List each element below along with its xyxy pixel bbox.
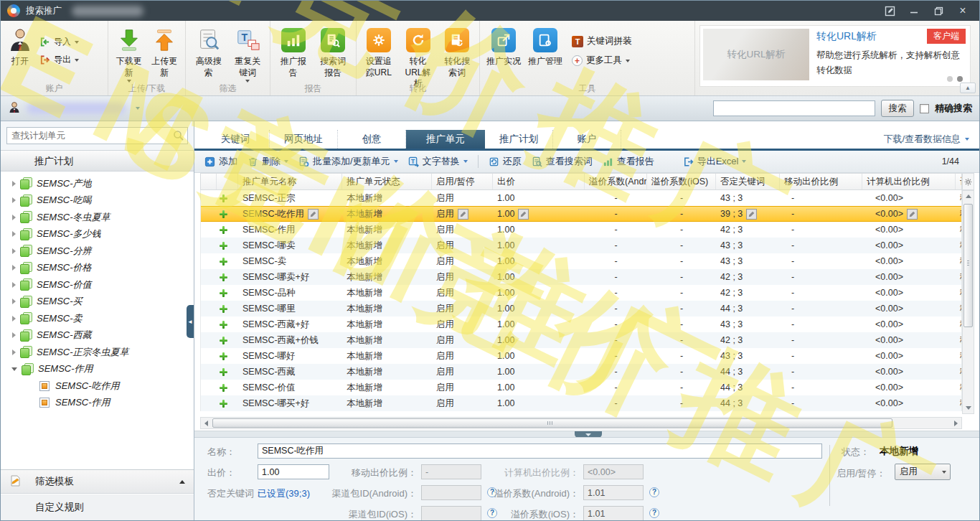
scroll-up-icon[interactable] — [963, 191, 974, 202]
convert-url-parse-button[interactable]: 转化URL解析 — [398, 23, 438, 92]
table-row[interactable]: SEMSC-西藏+好 本地新增 启用 1.00 - - 43 ; 3 - <0.… — [201, 316, 961, 332]
tree-item[interactable]: SEMSC-多少钱 — [1, 226, 194, 243]
view-report-button[interactable]: 查看报告 — [603, 155, 654, 168]
keyword-assemble-button[interactable]: T 关键词拼装 — [572, 35, 632, 47]
collapse-arrow-icon[interactable] — [11, 367, 17, 371]
expand-arrow-icon[interactable] — [12, 316, 16, 321]
scroll-down-icon[interactable] — [963, 403, 974, 413]
tree-item[interactable]: SEMSC-卖 — [1, 310, 194, 327]
tree-item[interactable]: SEMSC-分辨 — [1, 243, 194, 260]
batch-add-update-button[interactable]: 批量添加/更新单元 — [298, 155, 398, 168]
tree-item[interactable]: SEMSC-西藏 — [1, 327, 194, 344]
restore-button[interactable]: 还原 — [489, 155, 522, 168]
name-input[interactable] — [258, 443, 822, 459]
add-plus-icon[interactable] — [220, 352, 227, 360]
add-plus-icon[interactable] — [220, 194, 227, 202]
export-button[interactable]: 导出 — [39, 54, 79, 66]
column-header[interactable] — [201, 174, 217, 189]
convert-search-query-button[interactable]: 转化搜索词 — [438, 23, 476, 80]
premium-android-input[interactable] — [583, 485, 644, 500]
delete-button[interactable]: 删除 — [248, 155, 288, 168]
add-plus-icon[interactable] — [220, 384, 227, 392]
more-tools-button[interactable]: + 更多工具 — [572, 55, 632, 67]
tab-keywords[interactable]: 关键词 — [202, 130, 270, 149]
global-search-input[interactable] — [713, 100, 875, 116]
feedback-icon[interactable] — [880, 4, 899, 18]
tree-item[interactable]: SEMSC-正宗冬虫夏草 — [1, 344, 194, 361]
tree-item[interactable]: SEMSC-价值 — [1, 276, 194, 294]
vertical-scroll-thumb[interactable] — [963, 204, 973, 327]
bid-input[interactable] — [258, 464, 329, 479]
add-plus-icon[interactable] — [220, 258, 227, 266]
search-query-report-button[interactable]: 搜索词报告 — [314, 23, 354, 80]
panel-splitter[interactable] — [194, 431, 979, 437]
tab-creatives[interactable]: 创意 — [338, 130, 406, 149]
expand-arrow-icon[interactable] — [12, 231, 16, 237]
minimize-button[interactable] — [905, 4, 923, 18]
find-plan-unit-input[interactable] — [6, 127, 188, 144]
table-row[interactable]: SEMSC-西藏+价钱 本地新增 启用 1.00 - - 42 ; 3 - <0… — [201, 332, 961, 348]
edit-icon[interactable] — [518, 209, 529, 220]
column-settings-button[interactable] — [962, 173, 974, 190]
exact-search-checkbox[interactable] — [920, 104, 929, 113]
sidebar-collapse-handle[interactable]: ◄ — [187, 305, 194, 338]
tab-account[interactable]: 账户 — [553, 130, 621, 149]
scroll-left-icon[interactable] — [201, 418, 212, 428]
text-replace-button[interactable]: T 文字替换 — [408, 155, 468, 168]
set-tracking-url-button[interactable]: 设置追踪URL — [359, 23, 398, 80]
edit-icon[interactable] — [308, 209, 319, 220]
search-button[interactable]: 搜索 — [881, 100, 914, 117]
table-row[interactable]: SEMSC-作用 本地新增 启用 1.00 - - 42 ; 3 - <0.00… — [201, 222, 961, 238]
download-update-button[interactable]: 下载更新 — [111, 23, 147, 85]
expand-arrow-icon[interactable] — [12, 299, 16, 304]
column-header-unit-name[interactable]: 推广单元名称 — [238, 174, 342, 189]
table-row[interactable]: SEMSC-正宗 本地新增 启用 1.00 - - 43 ; 3 - <0.00… — [201, 190, 961, 206]
add-plus-icon[interactable] — [220, 210, 227, 218]
tree-item[interactable]: SEMSC-买 — [1, 294, 194, 311]
expand-arrow-icon[interactable] — [12, 282, 16, 288]
close-button[interactable]: × — [953, 4, 972, 18]
help-icon[interactable]: ? — [649, 487, 659, 497]
account-switch-caret-icon[interactable] — [136, 107, 140, 110]
promotion-live-button[interactable]: 推广实况 — [483, 23, 524, 70]
premium-ios-input[interactable] — [583, 506, 644, 521]
ribbon-collapse-button[interactable]: ▲ — [960, 83, 976, 93]
column-header-pc-bid-ratio[interactable]: 计算机出价比例 — [862, 174, 956, 189]
export-excel-button[interactable]: 导出Excel — [683, 155, 747, 168]
tree-item[interactable]: SEMSC-作用 — [1, 361, 194, 378]
collapse-up-icon[interactable] — [179, 480, 185, 484]
table-row[interactable]: SEMSC-哪卖 本地新增 启用 1.00 - - 43 ; 3 - <0.00… — [201, 238, 961, 253]
restore-button[interactable] — [929, 4, 948, 18]
tree-item[interactable]: SEMSC-吃作用 — [1, 377, 194, 395]
column-header-premium-android[interactable]: 溢价系数(Andr... — [585, 174, 647, 189]
expand-arrow-icon[interactable] — [12, 181, 16, 187]
table-row[interactable]: SEMSC-卖 本地新增 启用 1.00 - - 43 ; 3 - <0.00>… — [201, 253, 961, 269]
negative-keywords-link[interactable]: 已设置(39;3) — [258, 487, 310, 500]
table-row[interactable]: SEMSC-价值 本地新增 启用 1.00 - - 44 ; 3 - <0.00… — [201, 380, 961, 395]
tab-ad-units[interactable]: 推广单元 — [406, 130, 485, 149]
edit-icon[interactable] — [746, 209, 757, 220]
carousel-dots[interactable] — [947, 76, 963, 82]
tree-item[interactable]: SEMSC-产地 — [1, 175, 194, 192]
search-icon[interactable] — [173, 130, 184, 144]
add-plus-icon[interactable] — [220, 273, 227, 281]
help-icon[interactable]: ? — [649, 508, 659, 518]
add-plus-icon[interactable] — [220, 321, 227, 329]
vertical-scrollbar[interactable] — [962, 190, 974, 414]
expand-arrow-icon[interactable] — [12, 265, 16, 271]
edit-icon[interactable] — [907, 209, 918, 220]
expand-arrow-icon[interactable] — [12, 197, 16, 203]
table-row[interactable]: SEMSC-品种 本地新增 启用 1.00 - - 42 ; 3 - <0.00… — [201, 285, 961, 301]
column-header-mobile-bid-ratio[interactable]: 移动出价比例 — [780, 174, 862, 189]
table-row[interactable]: SEMSC-吃作用 本地新增 启用 1.00 - - 39 ; 3 - <0.0… — [201, 206, 961, 222]
expand-arrow-icon[interactable] — [12, 215, 16, 220]
open-account-button[interactable]: 打开 — [4, 23, 37, 70]
duplicate-keywords-button[interactable]: T 重复关键词 — [228, 23, 267, 85]
custom-rules-bar[interactable]: 自定义规则 — [1, 494, 194, 520]
expand-arrow-icon[interactable] — [12, 248, 16, 254]
add-plus-icon[interactable] — [220, 289, 227, 297]
tree-item[interactable]: SEMSC-冬虫夏草 — [1, 209, 194, 226]
tab-webpage-url[interactable]: 网页地址 — [270, 130, 338, 149]
column-header-device[interactable]: 设备偏好 — [956, 174, 961, 189]
add-plus-icon[interactable] — [220, 242, 227, 250]
